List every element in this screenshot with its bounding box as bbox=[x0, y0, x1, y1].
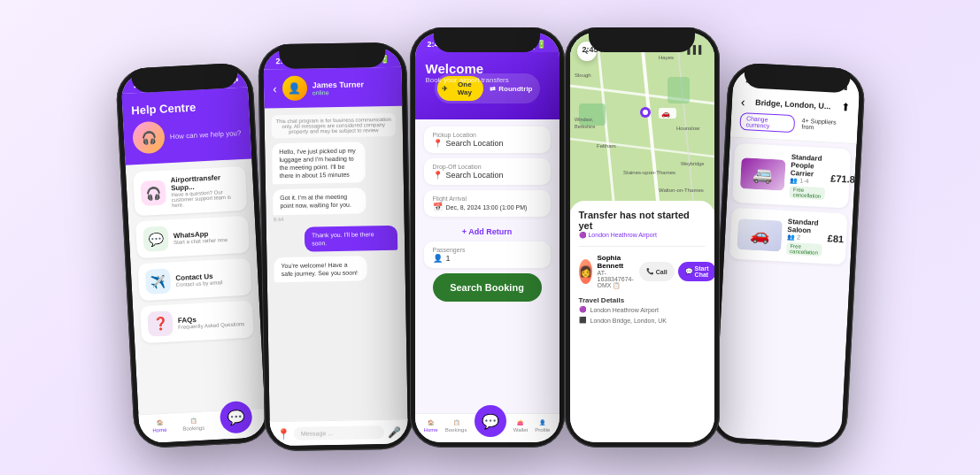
pickup-label: Pickup Location bbox=[433, 132, 542, 138]
chat-icon: 💬 bbox=[685, 268, 693, 275]
car-seats-0: 👥 1-4 bbox=[790, 177, 825, 186]
phone-help-centre: 2:45 PM ▐▐▐ Help Centre 🎧 How can we hel… bbox=[114, 62, 271, 449]
svg-text:Hounslow: Hounslow bbox=[676, 126, 700, 131]
status-time-1: 2:45 PM bbox=[133, 79, 163, 89]
chat-input-row: 📍 Message ... 🎤 bbox=[269, 418, 407, 446]
flight-value: Dec, 8, 2024 13:00 (1:00 PM) bbox=[446, 204, 528, 211]
help-item-faqs[interactable]: ❓ FAQs Frequently Asked Questions bbox=[139, 300, 253, 343]
contact-icon: ✈️ bbox=[144, 268, 170, 294]
msg-1: Hello, I've just picked up my luggage an… bbox=[272, 142, 366, 184]
booking-form: Pickup Location 📍 Search Location Drop-O… bbox=[415, 119, 559, 413]
driver-actions: 📞 Call 💬 Start Chat bbox=[639, 262, 714, 281]
booking-chat-bubble[interactable]: 💬 bbox=[475, 405, 506, 437]
wallet-icon-3: 👛 bbox=[517, 419, 523, 425]
phones-container: 2:45 PM ▐▐▐ Help Centre 🎧 How can we hel… bbox=[0, 0, 980, 475]
status-icons-4: ▐▐▐ bbox=[684, 45, 701, 54]
from-dot-icon: 🟣 bbox=[579, 306, 587, 313]
svg-rect-7 bbox=[579, 103, 606, 126]
map-area: Slough Hayes Hounslow Windsor, Berkshire… bbox=[570, 33, 714, 210]
nav-profile-3[interactable]: 👤 Profile bbox=[535, 419, 550, 437]
car-placeholder-0: 🚐 bbox=[739, 157, 785, 191]
status-icons-5: ▐▐▐ bbox=[830, 80, 847, 89]
screen-map: 2:45 PM ▐▐▐ bbox=[570, 33, 714, 442]
agent-name: James Turner bbox=[312, 79, 364, 88]
car-tags-0: Free cancellation bbox=[789, 186, 824, 200]
chat-header: ‹ 👤 James Turner online bbox=[263, 66, 402, 108]
transfer-sub: 🟣 London Heathrow Airport bbox=[579, 232, 706, 239]
item-sub-support: Have a question? Our customer support te… bbox=[171, 188, 240, 208]
status-icons-1: ▐▐▐ bbox=[201, 75, 235, 86]
status-time-5: 2:45 PM bbox=[745, 75, 776, 86]
pickup-field[interactable]: Pickup Location 📍 Search Location bbox=[424, 126, 551, 153]
status-time-3: 2:45 PM bbox=[428, 40, 458, 49]
home-icon: 🏠 bbox=[156, 419, 162, 425]
booking-bottom-nav: 🏠 Home 📋 Bookings 💬 👛 Wallet bbox=[415, 413, 559, 442]
flight-field[interactable]: Flight Arrival 📅 Dec, 8, 2024 13:00 (1:0… bbox=[424, 190, 551, 217]
screen-booking: 2:45 PM ▐▐▐ 🔋 Welcome Book your airport … bbox=[415, 33, 559, 442]
help-item-whatsapp[interactable]: 💬 WhatsApp Start a chat rather now bbox=[135, 215, 249, 258]
whatsapp-icon: 💬 bbox=[143, 226, 168, 251]
nav-bookings-1[interactable]: 📋 Bookings bbox=[181, 417, 204, 435]
chat-input[interactable]: Message ... bbox=[293, 425, 383, 441]
svg-text:Slough: Slough bbox=[575, 73, 591, 78]
mic-icon[interactable]: 🎤 bbox=[387, 425, 400, 438]
result-card-1[interactable]: 🚗 Standard Saloon 👥 2 Free cancellation bbox=[729, 207, 847, 264]
back-arrow-icon-5[interactable]: ‹ bbox=[740, 94, 745, 108]
help-item-contact[interactable]: ✈️ Contact Us Contact us by email bbox=[137, 257, 251, 301]
dropoff-value: Search Location bbox=[446, 171, 504, 180]
add-return-btn[interactable]: + Add Return bbox=[424, 222, 551, 241]
phone-map: 2:45 PM ▐▐▐ bbox=[565, 27, 720, 448]
msg-bubble-3: Thank you. I'll be there soon. bbox=[304, 225, 397, 251]
tag-cancel-1: Free cancellation bbox=[786, 241, 822, 256]
pickup-value: Search Location bbox=[446, 139, 504, 148]
call-btn[interactable]: 📞 Call bbox=[639, 262, 675, 281]
results-list: 🚐 Standard People Carrier 👥 1-4 Free can… bbox=[714, 137, 857, 443]
seats-icon-1: 👥 bbox=[786, 233, 794, 239]
back-arrow-icon[interactable]: ‹ bbox=[272, 81, 276, 96]
search-booking-btn[interactable]: Search Booking bbox=[433, 273, 542, 302]
svg-text:Windsor,: Windsor, bbox=[575, 117, 594, 122]
svg-text:Berkshire: Berkshire bbox=[575, 124, 595, 129]
result-card-0[interactable]: 🚐 Standard People Carrier 👥 1-4 Free can… bbox=[732, 142, 851, 208]
nav-bookings-3[interactable]: 📋 Bookings bbox=[445, 419, 467, 437]
help-bottom-nav: 🏠 Home 📋 Bookings 💬 bbox=[138, 407, 266, 442]
suppliers-info: 4+ Suppliers from bbox=[797, 115, 848, 135]
phone-booking: 2:45 PM ▐▐▐ 🔋 Welcome Book your airport … bbox=[410, 27, 565, 448]
status-time-2: 2:45 PM bbox=[275, 56, 305, 65]
share-icon[interactable]: ⬆ bbox=[840, 100, 850, 113]
dropoff-field[interactable]: Drop-Off Location 📍 Search Location bbox=[424, 158, 551, 185]
help-item-support[interactable]: 🎧 Airporttransfer Supp... Have a questio… bbox=[133, 165, 247, 216]
svg-text:Staines-upon-Thames: Staines-upon-Thames bbox=[623, 170, 675, 175]
home-icon-3: 🏠 bbox=[428, 419, 434, 425]
car-image-0: 🚐 bbox=[739, 157, 785, 191]
map-info: Transfer has not started yet 🟣 London He… bbox=[570, 201, 714, 442]
travel-to: ⬛ London Bridge, London, UK bbox=[579, 315, 706, 326]
travel-title: Travel Details bbox=[579, 296, 706, 304]
nav-home-1[interactable]: 🏠 Home bbox=[151, 418, 166, 437]
results-header: ‹ Bridge, London, U... ⬆ Change currency… bbox=[729, 87, 859, 143]
chat-messages: This chat program is for business commun… bbox=[264, 105, 407, 421]
msg-4: You're welcome! Have a safe journey. See… bbox=[274, 256, 367, 282]
driver-row: 👩 Sophia Bennett AT-1638347674-OMX 📋 📞 bbox=[579, 246, 706, 289]
screen-help: 2:45 PM ▐▐▐ Help Centre 🎧 How can we hel… bbox=[120, 67, 266, 443]
passengers-field[interactable]: Passengers 👤 1 bbox=[424, 241, 551, 268]
copy-icon[interactable]: 📋 bbox=[613, 282, 621, 288]
status-time-4: 2:45 PM bbox=[583, 45, 613, 54]
start-chat-btn[interactable]: 💬 Start Chat bbox=[678, 262, 714, 281]
msg-2: Got it. I'm at the meeting point now, wa… bbox=[273, 188, 367, 221]
battery-1 bbox=[220, 76, 235, 84]
transfer-status: Transfer has not started yet bbox=[579, 210, 706, 231]
change-currency-btn[interactable]: Change currency bbox=[739, 111, 795, 132]
nav-home-3[interactable]: 🏠 Home bbox=[424, 419, 438, 437]
chat-bubble-icon: 💬 bbox=[219, 400, 252, 433]
nav-wallet-3[interactable]: 👛 Wallet bbox=[513, 419, 528, 437]
car-tags-1: Free cancellation bbox=[786, 241, 822, 256]
svg-text:🚗: 🚗 bbox=[661, 109, 670, 118]
help-avatar: 🎧 bbox=[132, 120, 166, 154]
car-price-1: £81 bbox=[827, 233, 844, 244]
tag-cancel-0: Free cancellation bbox=[789, 186, 824, 200]
msg-bubble-4: You're welcome! Have a safe journey. See… bbox=[274, 256, 367, 282]
help-title: Help Centre bbox=[130, 97, 240, 116]
chat-bubble-btn[interactable]: 💬 bbox=[219, 400, 252, 433]
to-dot-icon: ⬛ bbox=[579, 317, 587, 324]
